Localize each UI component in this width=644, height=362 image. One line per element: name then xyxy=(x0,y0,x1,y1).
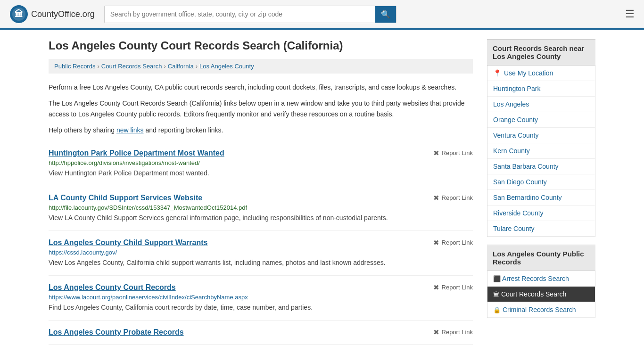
search-button[interactable]: 🔍 xyxy=(375,6,396,23)
result-title-2[interactable]: Los Angeles County Child Support Warrant… xyxy=(49,239,208,247)
breadcrumb-sep-3: › xyxy=(196,63,198,70)
public-records-icon-1: 🏛 xyxy=(493,291,499,298)
nearby-list: 📍Use My LocationHuntington ParkLos Angel… xyxy=(487,66,595,237)
nearby-link-8[interactable]: San Bernardino County xyxy=(487,190,595,206)
result-desc-0: View Huntington Park Police Department m… xyxy=(49,168,473,178)
result-header: Los Angeles County Court Records ✖ Repor… xyxy=(49,283,473,292)
report-link-3[interactable]: ✖ Report Link xyxy=(433,283,473,292)
result-desc-2: View Los Angeles County, California chil… xyxy=(49,258,473,268)
result-url-1[interactable]: http://file.lacounty.gov/SDSInter/cssd/1… xyxy=(49,204,473,211)
breadcrumb-court-records[interactable]: Court Records Search xyxy=(101,63,162,70)
nearby-item-7: San Diego County xyxy=(487,174,595,190)
public-records-link-1[interactable]: 🏛 Court Records Search xyxy=(487,287,595,302)
search-bar: 🔍 xyxy=(104,6,396,23)
sidebar-nearby-section: Court Records Search near Los Angeles Co… xyxy=(487,39,595,237)
sidebar-public-records-section: Los Angeles County Public Records ⬛ Arre… xyxy=(487,245,595,318)
public-records-icon-0: ⬛ xyxy=(493,275,501,282)
menu-button[interactable]: ☰ xyxy=(625,8,635,20)
breadcrumb-public-records[interactable]: Public Records xyxy=(54,63,95,70)
nearby-item-9: Riverside County xyxy=(487,206,595,221)
nearby-item-1: Huntington Park xyxy=(487,81,595,97)
result-title-4[interactable]: Los Angeles County Probate Records xyxy=(49,328,184,337)
result-header: Los Angeles County Probate Records ✖ Rep… xyxy=(49,328,473,337)
results-container: Huntington Park Police Department Most W… xyxy=(49,141,473,345)
description-1: Perform a free Los Angeles County, CA pu… xyxy=(49,82,473,92)
search-input[interactable] xyxy=(105,7,375,22)
result-desc-3: Find Los Angeles County, California cour… xyxy=(49,303,473,313)
site-header: 🏛 CountyOffice.org 🔍 ☰ xyxy=(0,0,644,30)
content-area: Los Angeles County Court Records Search … xyxy=(49,39,473,345)
logo-icon: 🏛 xyxy=(9,5,28,24)
description-2: The Los Angeles County Court Records Sea… xyxy=(49,98,473,119)
nearby-item-6: Santa Barbara County xyxy=(487,159,595,174)
location-pin-icon: 📍 xyxy=(493,69,501,77)
result-item: Los Angeles County Probate Records ✖ Rep… xyxy=(49,321,473,345)
sidebar-nearby-heading: Court Records Search near Los Angeles Co… xyxy=(487,39,595,66)
result-url-3[interactable]: https://www.lacourt.org/paonlineservices… xyxy=(49,294,473,301)
result-header: Los Angeles County Child Support Warrant… xyxy=(49,239,473,247)
nearby-item-5: Kern County xyxy=(487,143,595,159)
nearby-item-0: 📍Use My Location xyxy=(487,66,595,81)
public-records-icon-2: 🔒 xyxy=(493,306,501,313)
result-desc-1: View LA County Child Support Services ge… xyxy=(49,213,473,223)
nearby-link-0[interactable]: 📍Use My Location xyxy=(487,66,595,81)
result-header: Huntington Park Police Department Most W… xyxy=(49,149,473,157)
breadcrumb-california[interactable]: California xyxy=(168,63,194,70)
main-container: Los Angeles County Court Records Search … xyxy=(39,30,605,354)
report-icon-0: ✖ xyxy=(433,149,439,157)
result-url-2[interactable]: https://cssd.lacounty.gov/ xyxy=(49,249,473,256)
result-item: Los Angeles County Court Records ✖ Repor… xyxy=(49,276,473,321)
public-records-item-2: 🔒 Criminal Records Search xyxy=(487,302,595,318)
description-3: Help others by sharing new links and rep… xyxy=(49,125,473,135)
nearby-link-6[interactable]: Santa Barbara County xyxy=(487,159,595,174)
result-url-0[interactable]: http://hppolice.org/divisions/investigat… xyxy=(49,159,473,166)
public-records-item-0: ⬛ Arrest Records Search xyxy=(487,271,595,287)
nearby-link-2[interactable]: Los Angeles xyxy=(487,97,595,112)
result-item: LA County Child Support Services Website… xyxy=(49,186,473,231)
svg-text:🏛: 🏛 xyxy=(15,9,23,19)
public-records-link-2[interactable]: 🔒 Criminal Records Search xyxy=(487,302,595,318)
new-links[interactable]: new links xyxy=(116,126,144,134)
report-link-2[interactable]: ✖ Report Link xyxy=(433,239,473,247)
sidebar: Court Records Search near Los Angeles Co… xyxy=(487,39,595,345)
breadcrumb-sep-2: › xyxy=(164,63,165,70)
report-link-1[interactable]: ✖ Report Link xyxy=(433,194,473,202)
report-icon-1: ✖ xyxy=(433,194,439,202)
nearby-item-8: San Bernardino County xyxy=(487,190,595,206)
result-title-1[interactable]: LA County Child Support Services Website xyxy=(49,194,202,202)
nearby-link-7[interactable]: San Diego County xyxy=(487,174,595,190)
sidebar-public-records-heading: Los Angeles County Public Records xyxy=(487,245,595,271)
logo-text: CountyOffice.org xyxy=(31,9,95,19)
public-records-list: ⬛ Arrest Records Search 🏛 Court Records … xyxy=(487,271,595,318)
header-right: ☰ xyxy=(620,8,635,20)
result-header: LA County Child Support Services Website… xyxy=(49,194,473,202)
report-link-0[interactable]: ✖ Report Link xyxy=(433,149,473,157)
nearby-link-3[interactable]: Orange County xyxy=(487,112,595,128)
result-title-0[interactable]: Huntington Park Police Department Most W… xyxy=(49,149,224,157)
nearby-link-9[interactable]: Riverside County xyxy=(487,206,595,221)
result-title-3[interactable]: Los Angeles County Court Records xyxy=(49,283,176,292)
result-item: Huntington Park Police Department Most W… xyxy=(49,141,473,186)
nearby-item-10: Tulare County xyxy=(487,221,595,237)
breadcrumb-la-county[interactable]: Los Angeles County xyxy=(199,63,254,70)
nearby-item-2: Los Angeles xyxy=(487,97,595,112)
public-records-item-1: 🏛 Court Records Search xyxy=(487,287,595,302)
breadcrumb-sep-1: › xyxy=(97,63,99,70)
report-icon-4: ✖ xyxy=(433,328,439,337)
report-icon-2: ✖ xyxy=(433,239,439,247)
nearby-link-10[interactable]: Tulare County xyxy=(487,221,595,237)
nearby-item-4: Ventura County xyxy=(487,128,595,143)
nearby-link-4[interactable]: Ventura County xyxy=(487,128,595,143)
report-link-4[interactable]: ✖ Report Link xyxy=(433,328,473,337)
nearby-link-1[interactable]: Huntington Park xyxy=(487,81,595,97)
nearby-item-3: Orange County xyxy=(487,112,595,128)
result-item: Los Angeles County Child Support Warrant… xyxy=(49,231,473,276)
report-icon-3: ✖ xyxy=(433,283,439,292)
page-title: Los Angeles County Court Records Search … xyxy=(49,39,473,52)
nearby-link-5[interactable]: Kern County xyxy=(487,143,595,159)
public-records-link-0[interactable]: ⬛ Arrest Records Search xyxy=(487,271,595,287)
breadcrumb: Public Records › Court Records Search › … xyxy=(49,59,473,74)
logo-link[interactable]: 🏛 CountyOffice.org xyxy=(9,5,95,24)
